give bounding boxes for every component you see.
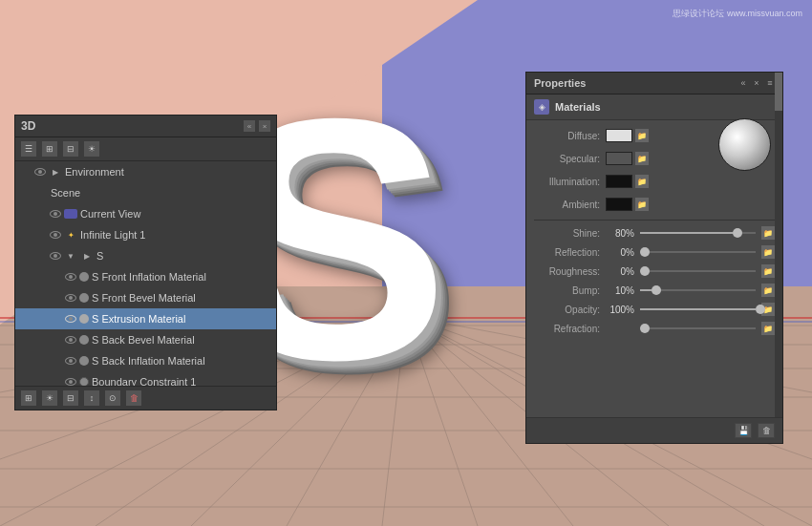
slider-thumb-5[interactable] (640, 324, 650, 333)
item-label-s-back-inflation: S Back Inflation Material (92, 355, 205, 367)
slider-folder-1[interactable]: 📁 (761, 245, 775, 259)
panel-3d-title: 3D (21, 119, 35, 133)
item-label-environment: Environment (65, 166, 124, 178)
list-item-s-front-bevel[interactable]: S Front Bevel Material (15, 287, 276, 308)
list-item-s-extrusion[interactable]: S Extrusion Material (15, 308, 276, 329)
slider-track-5[interactable] (640, 327, 756, 329)
prop-swatch-diffuse[interactable] (606, 129, 632, 142)
eye-icon-s-extrusion[interactable] (65, 315, 76, 323)
icon-s-extrusion (79, 314, 89, 324)
slider-track-2[interactable] (640, 270, 756, 272)
prop-swatch-ambient[interactable] (606, 198, 632, 211)
slider-thumb-1[interactable] (640, 247, 650, 257)
props-footer-save-btn[interactable]: 💾 (735, 423, 752, 438)
list-item-infinite-light-1[interactable]: ✦ Infinite Light 1 (15, 224, 276, 245)
slider-folder-3[interactable]: 📁 (761, 284, 775, 297)
toolbar-list-icon[interactable]: ☰ (21, 141, 36, 157)
slider-folder-5[interactable]: 📁 (761, 322, 775, 335)
props-close-btn[interactable]: × (752, 78, 761, 88)
panel-3d-close-btn[interactable]: × (259, 120, 270, 132)
expand-environment[interactable]: ▶ (49, 165, 62, 179)
list-item-current-view[interactable]: Current View (15, 203, 276, 224)
slider-label-3: Bump: (534, 285, 606, 296)
eye-icon-s-back-inflation[interactable] (65, 357, 76, 365)
prop-label-specular: Specular: (534, 154, 606, 164)
slider-track-0[interactable] (640, 232, 756, 234)
footer-icon-delete[interactable]: 🗑 (126, 390, 141, 406)
toolbar-light-icon[interactable]: ☀ (84, 141, 99, 157)
prop-swatch-illumination[interactable] (606, 175, 632, 188)
slider-track-3[interactable] (640, 289, 756, 291)
eye-icon-infinite-light-1[interactable] (50, 231, 61, 239)
prop-swatch-specular[interactable] (606, 152, 632, 165)
props-divider (534, 220, 775, 221)
slider-folder-0[interactable]: 📁 (761, 226, 775, 240)
panel-3d-footer: ⊞ ☀ ⊟ ↕ ⊙ 🗑 (15, 386, 276, 410)
slider-fill-0 (640, 232, 733, 234)
prop-label-ambient: Ambient: (534, 200, 606, 210)
eye-icon-environment[interactable] (34, 168, 46, 176)
slider-row-reflection: Reflection:0%📁 (534, 245, 775, 259)
slider-label-0: Shine: (534, 228, 606, 239)
list-item-s-front-inflation[interactable]: S Front Inflation Material (15, 266, 276, 287)
slider-value-3: 10% (606, 285, 634, 296)
icon-s-back-inflation (79, 356, 89, 366)
materials-header: ◈ Materials (526, 95, 782, 120)
expand-s[interactable]: ▶ (80, 249, 94, 263)
slider-thumb-2[interactable] (640, 266, 650, 276)
props-content: Diffuse: 📁 Specular: 📁 Illumination: 📁 A… (526, 120, 782, 347)
props-double-arrow-btn[interactable]: « (738, 78, 748, 88)
list-item-s[interactable]: ▼ ▶ S (15, 245, 276, 266)
slider-track-4[interactable] (640, 308, 756, 310)
prop-label-diffuse: Diffuse: (534, 131, 606, 141)
eye-icon-boundary-constraint-1[interactable] (65, 378, 76, 386)
list-item-s-back-inflation[interactable]: S Back Inflation Material (15, 350, 276, 371)
prop-folder-ambient[interactable]: 📁 (635, 198, 649, 211)
slider-fill-4 (640, 308, 756, 310)
slider-thumb-0[interactable] (733, 228, 742, 238)
slider-row-opacity: Opacity:100%📁 (534, 303, 775, 316)
list-item-environment[interactable]: ▶ Environment (15, 161, 276, 182)
panel-3d-collapse-btn[interactable]: « (244, 120, 255, 132)
icon-s-back-bevel (79, 335, 89, 345)
slider-thumb-4[interactable] (756, 305, 765, 314)
props-title-row: Properties (534, 77, 586, 89)
footer-icon-2[interactable]: ☀ (42, 390, 57, 406)
item-label-scene: Scene (51, 187, 80, 199)
list-item-scene[interactable]: Scene (15, 182, 276, 203)
footer-icon-1[interactable]: ⊞ (21, 390, 36, 406)
prop-folder-illumination[interactable]: 📁 (635, 175, 649, 188)
prop-folder-specular[interactable]: 📁 (635, 152, 649, 165)
eye-icon-s-back-bevel[interactable] (65, 336, 76, 344)
slider-thumb-3[interactable] (652, 285, 661, 295)
eye-icon-s[interactable] (50, 252, 61, 260)
props-title: Properties (534, 77, 586, 89)
slider-track-1[interactable] (640, 251, 756, 253)
prop-folder-diffuse[interactable]: 📁 (635, 129, 649, 142)
panel-3d: 3D « × ☰ ⊞ ⊟ ☀ ▶ Environment Scene Curre… (14, 115, 277, 410)
footer-icon-5[interactable]: ⊙ (105, 390, 120, 406)
slider-row-bump: Bump:10%📁 (534, 284, 775, 297)
materials-title: Materials (555, 101, 601, 113)
eye-icon-current-view[interactable] (50, 210, 61, 218)
props-footer-delete-btn[interactable]: 🗑 (758, 423, 775, 438)
slider-row-shine: Shine:80%📁 (534, 226, 775, 240)
toolbar-table-icon[interactable]: ⊞ (42, 141, 57, 157)
panel-3d-header: 3D « × (15, 116, 276, 137)
footer-icon-3[interactable]: ⊟ (63, 390, 78, 406)
item-label-s: S (96, 250, 103, 262)
list-item-s-back-bevel[interactable]: S Back Bevel Material (15, 329, 276, 350)
item-label-s-front-bevel: S Front Bevel Material (92, 292, 196, 304)
eye-icon-s-front-bevel[interactable] (65, 294, 76, 302)
slider-row-roughness: Roughness:0%📁 (534, 264, 775, 278)
scene-list: ▶ Environment Scene Current View ✦ Infin… (15, 161, 276, 390)
item-label-s-back-bevel: S Back Bevel Material (92, 334, 195, 346)
toolbar-filter-icon[interactable]: ⊟ (63, 141, 78, 157)
item-label-infinite-light-1: Infinite Light 1 (80, 229, 146, 241)
props-scrollbar-thumb[interactable] (775, 73, 782, 111)
slider-folder-2[interactable]: 📁 (761, 264, 775, 278)
eye-icon-s-front-inflation[interactable] (65, 273, 76, 281)
props-menu-btn[interactable]: ≡ (765, 78, 775, 88)
sliders-container: Shine:80%📁Reflection:0%📁Roughness:0%📁Bum… (534, 226, 775, 335)
footer-icon-4[interactable]: ↕ (84, 390, 99, 406)
